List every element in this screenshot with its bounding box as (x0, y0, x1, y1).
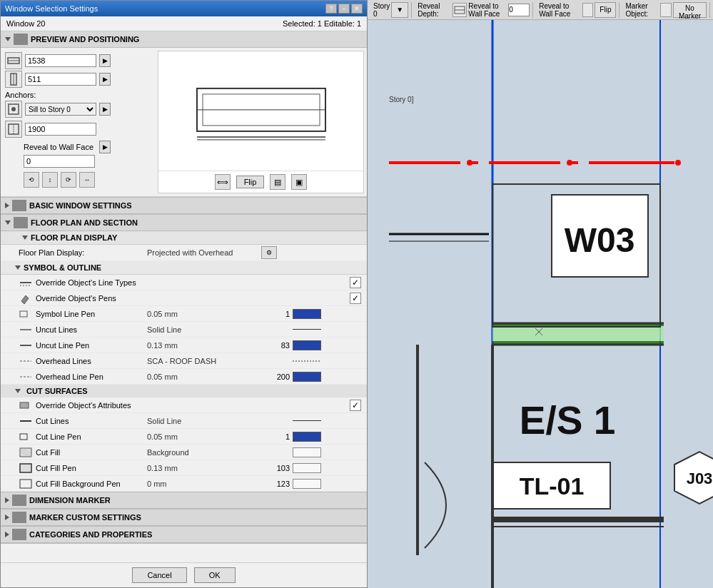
preview-positioning-header[interactable]: PREVIEW AND POSITIONING (1, 31, 367, 48)
preview-view-btn1[interactable]: ▤ (270, 174, 285, 190)
fp-display-settings-btn[interactable]: ⚙ (261, 246, 277, 259)
height-arrow-btn[interactable]: ▶ (99, 73, 111, 86)
elevation-input[interactable] (25, 123, 96, 136)
footer-buttons: Cancel OK (1, 562, 367, 587)
svg-text:E/S 1: E/S 1 (520, 398, 616, 442)
reveal-depth-group: Reveal Depth: Reveal to Wall Face (415, 2, 533, 18)
preview-view-btn2[interactable]: ▣ (291, 174, 307, 190)
cfp-label: Cut Fill Pen (19, 462, 147, 474)
minimize-btn[interactable]: − (338, 4, 350, 14)
rotate-btn-4[interactable]: ↔ (79, 172, 95, 188)
cfp-icon (19, 462, 33, 474)
preview-flip-btn[interactable]: Flip (236, 176, 265, 188)
svg-text:Story 0]: Story 0] (389, 96, 414, 103)
svg-point-42 (675, 160, 681, 166)
cf-icon (19, 447, 33, 458)
basic-window-header[interactable]: BASIC WINDOW SETTINGS (1, 198, 367, 214)
cad-svg: W03 E/S 1 TL-01 J03 Story 0] (368, 20, 713, 588)
collapse-arrow-cat (5, 532, 9, 537)
ul-icon (19, 324, 33, 335)
marker-label: Marker Object: (625, 2, 658, 18)
flip-right-btn[interactable]: Flip (595, 2, 616, 18)
anchor-select[interactable]: Sill to Story 0 (25, 103, 96, 116)
marker-custom-header[interactable]: MARKER CUSTOM SETTINGS (1, 510, 367, 526)
cf-label: Cut Fill (19, 447, 147, 458)
help-btn[interactable]: ? (325, 4, 337, 14)
floor-plan-display-header: FLOOR PLAN DISPLAY (1, 231, 367, 245)
cut-lines-row: Cut Lines Solid Line (1, 413, 367, 429)
cut-surfaces-arrow (15, 389, 21, 393)
svg-rect-29 (20, 480, 31, 488)
slp-swatch[interactable] (293, 309, 321, 319)
cfbp-swatch[interactable] (293, 479, 321, 489)
collapse-arrow-basic (5, 203, 9, 208)
override-lt-checkbox[interactable]: ✓ (350, 277, 361, 288)
height-icon (5, 71, 22, 88)
floor-plan-header[interactable]: FLOOR PLAN AND SECTION (1, 215, 367, 231)
width-arrow-btn[interactable]: ▶ (99, 54, 111, 67)
cut-fill-row: Cut Fill Background (1, 445, 367, 460)
ohlp-swatch[interactable] (293, 372, 321, 382)
overhead-line-pen-row: Overhead Line Pen 0.05 mm 200 (1, 369, 367, 385)
dimension-marker-header[interactable]: DIMENSION MARKER (1, 492, 367, 509)
window-preview (190, 74, 333, 161)
svg-rect-23 (20, 434, 27, 440)
cancel-button[interactable]: Cancel (132, 567, 186, 583)
reveal-arrow-btn[interactable]: ▶ (99, 141, 111, 153)
preview-flip-icon[interactable]: ⟺ (215, 174, 231, 190)
cf-swatch[interactable] (293, 447, 321, 457)
reveal-icon (452, 3, 467, 17)
story-btn[interactable]: ▼ (391, 2, 408, 18)
anchor-row: Sill to Story 0 ▶ (5, 101, 153, 118)
preview-positioning-section: PREVIEW AND POSITIONING ▶ (1, 31, 367, 198)
anchor-arrow-btn[interactable]: ▶ (99, 103, 111, 116)
override-attributes-row: Override Object's Attributes ✓ (1, 397, 367, 413)
clp-label: Cut Line Pen (19, 431, 147, 442)
svg-point-41 (567, 160, 572, 166)
svg-rect-45 (492, 327, 664, 341)
marker-custom-label: MARKER CUSTOM SETTINGS (29, 513, 141, 522)
reveal-input[interactable] (24, 155, 95, 168)
width-input[interactable] (25, 54, 96, 67)
elevation-row (5, 121, 153, 138)
cut-surfaces-header: CUT SURFACES (1, 385, 367, 397)
flip-rotation-row: ⟲ ↕ ⟳ ↔ (5, 172, 153, 188)
svg-text:J03: J03 (687, 470, 713, 487)
cl-line-preview (293, 416, 321, 426)
dimension-marker-section: DIMENSION MARKER (1, 492, 367, 510)
slp-icon (19, 308, 33, 320)
categories-header[interactable]: CATEGORIES AND PROPERTIES (1, 527, 367, 543)
no-marker-btn[interactable]: No Marker (673, 2, 707, 18)
fp-display-value: Projected with Overhead (147, 248, 261, 257)
close-btn[interactable]: ✕ (351, 4, 363, 14)
override-pens-icon (19, 293, 33, 304)
rotate-btn-2[interactable]: ↕ (42, 172, 58, 188)
uncut-lines-row: Uncut Lines Solid Line (1, 322, 367, 338)
cfp-swatch[interactable] (293, 463, 321, 473)
oa-checkbox[interactable]: ✓ (350, 400, 361, 411)
reveal-depth-label: Reveal Depth: (418, 2, 451, 18)
ulp-swatch[interactable] (293, 340, 321, 350)
reveal-depth-input[interactable] (508, 4, 530, 16)
override-lt-label: Override Object's Line Types (19, 277, 147, 288)
reveal-label: Reveal to Wall Face (24, 143, 93, 151)
rotate-btn-3[interactable]: ⟳ (61, 172, 76, 188)
height-input[interactable] (25, 73, 96, 86)
override-pens-checkbox[interactable]: ✓ (350, 293, 361, 304)
cut-fill-bg-pen-row: Cut Fill Background Pen 0 mm 123 (1, 476, 367, 492)
oa-label: Override Object's Attributes (19, 400, 147, 411)
story-label: Story 0 (373, 2, 390, 18)
floor-plan-label: FLOOR PLAN AND SECTION (31, 218, 138, 227)
ok-button[interactable]: OK (194, 567, 236, 583)
clp-icon (19, 431, 33, 442)
svg-rect-28 (20, 464, 31, 472)
reveal-label-row: Reveal to Wall Face ▶ (24, 141, 153, 153)
clp-swatch[interactable] (293, 432, 321, 442)
title-bar-controls: ? − ✕ (325, 4, 363, 14)
story-group: Story 0 ▼ (370, 2, 412, 18)
settings-scroll-area[interactable]: PREVIEW AND POSITIONING ▶ (1, 31, 367, 562)
basic-window-section: BASIC WINDOW SETTINGS (1, 198, 367, 215)
rotate-btn-1[interactable]: ⟲ (24, 172, 39, 188)
collapse-arrow-preview (5, 37, 11, 41)
cad-view-panel: Story 0 ▼ Reveal Depth: Reveal to Wall F… (368, 0, 713, 588)
